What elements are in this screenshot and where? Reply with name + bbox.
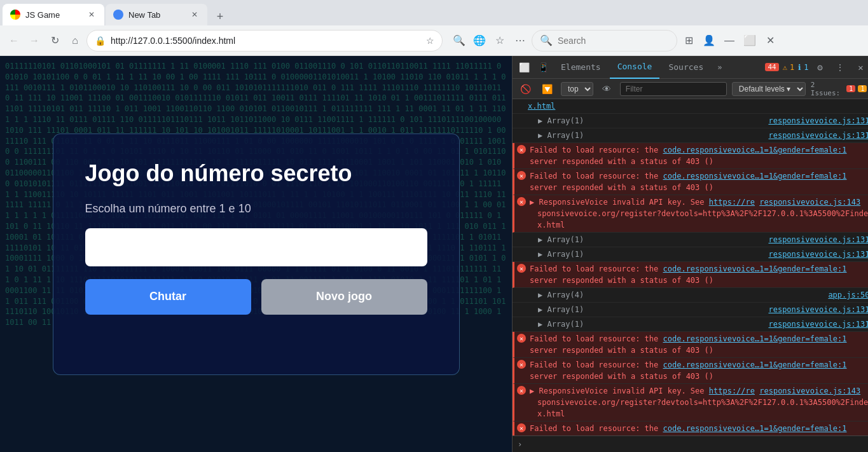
home-button[interactable]: ⌂ — [66, 32, 84, 50]
bookmark-icon[interactable]: ☆ — [426, 36, 434, 46]
minimize-icon[interactable]: — — [720, 32, 738, 50]
translate-icon[interactable]: 🌐 — [471, 32, 488, 50]
devtools-settings-icon[interactable]: ⚙ — [811, 58, 829, 76]
error-icon-2: ✕ — [517, 171, 526, 180]
search-lens-icon[interactable]: 🔍 — [450, 32, 468, 50]
back-button[interactable]: ← — [5, 32, 23, 50]
devtools-tab-elements[interactable]: Elements — [553, 56, 609, 79]
error-icon-6: ✕ — [517, 360, 526, 369]
new-game-button[interactable]: Novo jogo — [261, 279, 427, 315]
levels-select[interactable]: Default levels ▾ — [732, 82, 806, 96]
devtools-device-icon[interactable]: 📱 — [534, 58, 552, 76]
tab-title-js-game: JS Game — [25, 10, 81, 20]
log-link-xhtml[interactable]: x.html — [528, 100, 555, 112]
devtools-close-icon[interactable]: ✕ — [851, 58, 868, 76]
log-error3-link1[interactable]: https://re — [709, 198, 755, 207]
tab-close-js-game[interactable]: ✕ — [86, 10, 97, 20]
tab-new-tab[interactable]: New Tab ✕ — [106, 4, 207, 25]
filter-input[interactable] — [620, 82, 727, 96]
tab-js-game[interactable]: JS Game ✕ — [3, 4, 104, 25]
info-count-badge: 1 — [804, 63, 808, 72]
log-entry-error6: ✕ Failed to load resource: the code.resp… — [513, 358, 868, 384]
log-error3-line3: x.html — [530, 221, 565, 229]
log-array5-src[interactable]: app.js:50 — [828, 289, 868, 301]
log-error3-content: ▶ ResponsiveVoice invalid API key. See h… — [530, 196, 868, 231]
console-prompt-icon: › — [518, 440, 522, 449]
log-entry-array4: ▶ Array(1) responsivevoice.js:131 — [513, 247, 868, 262]
log-error7-link2[interactable]: responsivevoice.js:143 — [759, 387, 860, 395]
log-error3-link2[interactable]: responsivevoice.js:143 — [759, 198, 860, 207]
devtools-inspect-icon[interactable]: ⬜ — [515, 58, 533, 76]
address-bar[interactable]: 🔒 http://127.0.0.1:5500/index.html ☆ — [86, 30, 443, 51]
log-error1-content: Failed to load resource: the code.respon… — [530, 144, 868, 167]
close-browser-icon[interactable]: ✕ — [761, 32, 779, 50]
tab-close-new-tab[interactable]: ✕ — [189, 10, 200, 20]
console-log-area[interactable]: x.html ▶ Array(1) responsivevoice.js:131… — [513, 99, 868, 435]
issues-label: 2 Issues: — [811, 81, 844, 97]
devtools-tab-console[interactable]: Console — [610, 56, 660, 79]
tab-favicon-new-tab — [113, 10, 123, 20]
log-error7-line3: x.html — [530, 409, 565, 418]
log-array2-src[interactable]: responsivevoice.js:131 — [768, 130, 868, 141]
address-lock-icon: 🔒 — [95, 36, 106, 46]
log-error2-link[interactable]: code.responsivevoice…1=1&gender=female:1 — [663, 172, 847, 181]
search-input[interactable] — [558, 36, 669, 46]
error-count: 44 — [765, 63, 778, 71]
log-error2-content: Failed to load resource: the code.respon… — [530, 170, 868, 193]
restore-icon[interactable]: ⬜ — [741, 32, 759, 50]
more-options-icon[interactable]: ⋯ — [511, 32, 529, 50]
extensions-icon[interactable]: ⊞ — [680, 32, 698, 50]
filter-icon[interactable]: 🔽 — [539, 80, 556, 98]
log-error6-link[interactable]: code.responsivevoice…1=1&gender=female:1 — [663, 360, 847, 369]
log-error8-content: Failed to load resource: the code.respon… — [530, 423, 868, 435]
log-error4-link[interactable]: code.responsivevoice…1=1&gender=female:1 — [663, 264, 847, 273]
log-entry-error4: ✕ Failed to load resource: the code.resp… — [513, 262, 868, 288]
info-icon: ℹ — [798, 63, 801, 72]
error-icon-3: ✕ — [517, 197, 526, 206]
log-entry-error5: ✕ Failed to load resource: the code.resp… — [513, 332, 868, 358]
log-error7-content: ▶ ResponsiveVoice invalid API key. See h… — [530, 385, 868, 420]
content-area: 01111110101 01101000101 01 01111111 1 11… — [0, 56, 868, 452]
devtools-sub-toolbar: 🚫 🔽 top 👁 Default levels ▾ 2 Issues: 1 1 — [513, 79, 868, 99]
browser-profile-icon[interactable]: 👤 — [700, 32, 718, 50]
log-error4-content: Failed to load resource: the code.respon… — [530, 263, 868, 286]
log-array1-text: ▶ Array(1) — [538, 115, 763, 127]
devtools-more-tabs[interactable]: » — [712, 63, 727, 72]
tab-title-new-tab: New Tab — [128, 10, 184, 20]
devtools-panel: ⬜ 📱 Elements Console Sources » 44 ⚠ 1 ℹ … — [512, 56, 868, 452]
devtools-toolbar: ⬜ 📱 Elements Console Sources » 44 ⚠ 1 ℹ … — [513, 56, 868, 79]
devtools-header-right: 44 ⚠ 1 ℹ 1 ⚙ ⋮ ✕ — [765, 58, 868, 76]
context-select[interactable]: top — [561, 82, 593, 96]
error-icon-4: ✕ — [517, 264, 526, 273]
new-tab-button[interactable]: + — [211, 8, 229, 25]
error-icon-1: ✕ — [517, 145, 526, 154]
guess-button[interactable]: Chutar — [85, 279, 251, 315]
log-array7-src[interactable]: responsivevoice.js:131 — [768, 318, 868, 330]
clear-console-icon[interactable]: 🚫 — [518, 80, 534, 98]
log-array1-src[interactable]: responsivevoice.js:131 — [768, 115, 868, 127]
guess-input[interactable] — [85, 228, 427, 266]
eye-icon[interactable]: 👁 — [598, 80, 615, 98]
browser-chrome: JS Game ✕ New Tab ✕ + ← → ↻ ⌂ 🔒 http://1… — [0, 0, 868, 56]
log-entry-array7: ▶ Array(1) responsivevoice.js:131 — [513, 317, 868, 332]
log-entry-error7: ✕ ▶ ResponsiveVoice invalid API key. See… — [513, 384, 868, 421]
log-entry-error1: ✕ Failed to load resource: the code.resp… — [513, 143, 868, 169]
forward-button[interactable]: → — [25, 32, 43, 50]
log-array3-src[interactable]: responsivevoice.js:131 — [768, 234, 868, 245]
game-buttons: Chutar Novo jogo — [85, 279, 427, 315]
log-error1-link[interactable]: code.responsivevoice…1=1&gender=female:1 — [663, 146, 847, 154]
devtools-tab-sources[interactable]: Sources — [661, 56, 711, 79]
log-array6-src[interactable]: responsivevoice.js:131 — [768, 304, 868, 315]
log-error3-line2: sponsivevoice.org/register?devtools=http… — [530, 209, 868, 218]
log-error7-link1[interactable]: https://re — [709, 387, 755, 395]
devtools-vertical-dots-icon[interactable]: ⋮ — [831, 58, 849, 76]
bookmark-star-icon[interactable]: ☆ — [491, 32, 509, 50]
log-error8-link[interactable]: code.responsivevoice…1=1&gender=female:1 — [663, 424, 847, 433]
log-array3-text: ▶ Array(1) — [538, 234, 763, 245]
tab-bar: JS Game ✕ New Tab ✕ + — [0, 0, 868, 25]
reload-button[interactable]: ↻ — [46, 32, 64, 50]
game-subtitle: Escolha um número entre 1 e 10 — [85, 202, 427, 216]
log-error5-link[interactable]: code.responsivevoice…1=1&gender=female:1 — [663, 334, 847, 343]
nav-search-bar[interactable]: 🔍 — [532, 30, 677, 51]
log-array4-src[interactable]: responsivevoice.js:131 — [768, 249, 868, 260]
